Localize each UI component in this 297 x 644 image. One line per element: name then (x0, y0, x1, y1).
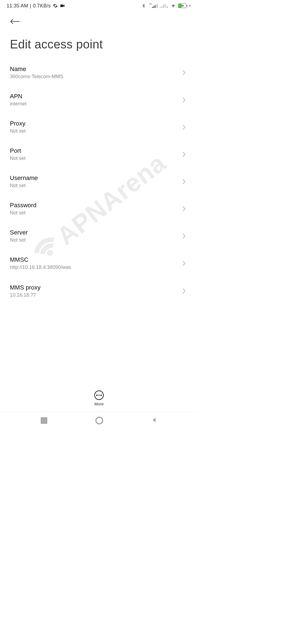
chevron-right-icon (182, 260, 187, 267)
wifi-icon (170, 3, 176, 9)
signal-type-label: 4G (149, 3, 152, 5)
setting-value: Not set (10, 210, 182, 216)
setting-label: Port (10, 147, 182, 154)
bluetooth-icon (141, 3, 146, 9)
battery-percent: 38 (178, 4, 186, 7)
chevron-right-icon (182, 205, 187, 213)
setting-row-password[interactable]: Password Not set (0, 195, 198, 222)
chevron-right-icon (182, 151, 187, 158)
arrow-left-icon (10, 18, 20, 26)
setting-row-mmsc[interactable]: MMSC http://10.16.18.4:38090/was (0, 250, 198, 277)
status-separator: | (30, 3, 31, 9)
setting-row-proxy[interactable]: Proxy Not set (0, 113, 198, 141)
chevron-right-icon (182, 123, 187, 131)
setting-labels: APN internet (10, 93, 182, 107)
setting-label: Name (10, 66, 182, 73)
status-right: 4G ✕ 38 ⚡︎ (141, 3, 191, 9)
app-bar (0, 12, 198, 29)
bottom-action-bar: More (0, 385, 198, 412)
setting-row-apn[interactable]: APN internet (0, 86, 198, 113)
status-net-speed: 0.7KB/s (33, 3, 51, 9)
settings-list[interactable]: APNArena Name 360coms-Telecom-MMS APN in… (0, 59, 198, 385)
setting-value: Not set (10, 237, 182, 243)
setting-value: Not set (10, 128, 182, 134)
nav-home-button[interactable] (95, 417, 103, 424)
setting-value: Not set (10, 155, 182, 161)
status-time: 11:35 AM (7, 3, 28, 9)
setting-value: 10.16.18.77 (10, 292, 182, 298)
chevron-right-icon (182, 96, 187, 104)
setting-row-server[interactable]: Server Not set (0, 222, 198, 250)
page-title: Edit access point (0, 29, 198, 59)
setting-labels: MMSC http://10.16.18.4:38090/was (10, 256, 182, 270)
chevron-right-icon (182, 232, 187, 240)
setting-row-name[interactable]: Name 360coms-Telecom-MMS (0, 59, 198, 86)
setting-label: Password (10, 202, 182, 209)
battery-icon: 38 (178, 4, 186, 8)
chevron-right-icon (182, 287, 187, 295)
setting-label: APN (10, 93, 182, 100)
setting-labels: Password Not set (10, 202, 182, 216)
setting-value: internet (10, 101, 182, 107)
status-bar: 11:35 AM | 0.7KB/s 4G ✕ (0, 0, 198, 12)
nav-recent-button[interactable] (41, 417, 47, 424)
more-label: More (94, 402, 104, 406)
chevron-right-icon (182, 69, 187, 77)
chevron-right-icon (182, 178, 187, 185)
setting-labels: Name 360coms-Telecom-MMS (10, 66, 182, 80)
setting-value: 360coms-Telecom-MMS (10, 74, 182, 80)
setting-labels: Port Not set (10, 147, 182, 161)
setting-row-username[interactable]: Username Not set (0, 168, 198, 195)
setting-label: MMS proxy (10, 284, 182, 291)
system-nav-bar (0, 412, 198, 429)
camera-icon (60, 3, 65, 9)
setting-label: Proxy (10, 120, 182, 127)
more-button[interactable]: More (94, 391, 104, 406)
signal-sim2-icon: ✕ (160, 4, 169, 8)
charging-bolt-icon: ⚡︎ (189, 4, 191, 8)
nav-back-button[interactable] (151, 417, 157, 424)
setting-label: Username (10, 174, 182, 182)
gear-icon (53, 3, 58, 9)
setting-labels: Proxy Not set (10, 120, 182, 134)
setting-row-port[interactable]: Port Not set (0, 141, 198, 168)
setting-labels: MMS proxy 10.16.18.77 (10, 284, 182, 298)
setting-label: Server (10, 229, 182, 236)
setting-labels: Server Not set (10, 229, 182, 243)
setting-value: Not set (10, 183, 182, 189)
setting-row-mms-proxy[interactable]: MMS proxy 10.16.18.77 (0, 277, 198, 300)
status-left: 11:35 AM | 0.7KB/s (7, 3, 65, 9)
back-button[interactable] (10, 17, 22, 27)
signal-sim1-icon: 4G (148, 4, 158, 8)
setting-value: http://10.16.18.4:38090/was (10, 264, 182, 270)
more-icon (94, 391, 104, 400)
setting-labels: Username Not set (10, 174, 182, 189)
setting-label: MMSC (10, 256, 182, 263)
